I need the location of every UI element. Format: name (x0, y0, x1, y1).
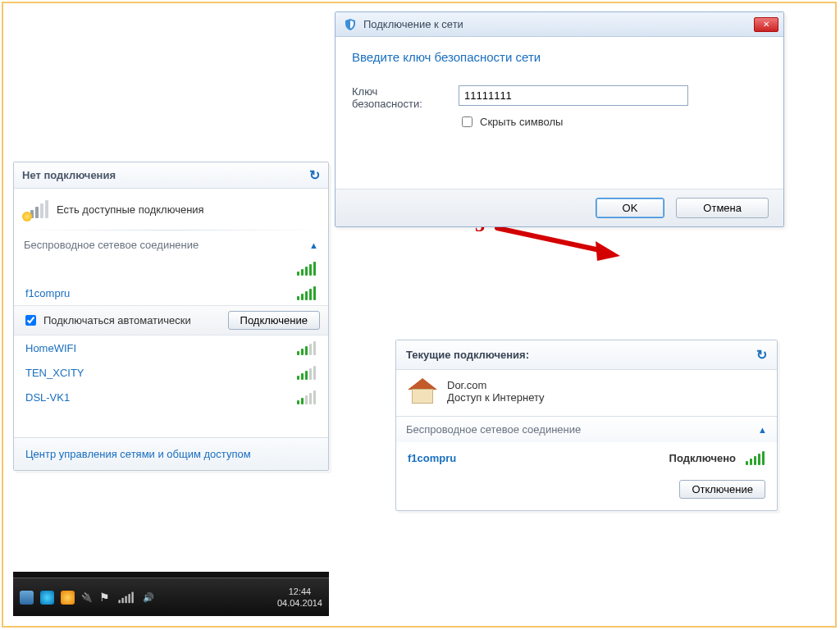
available-label: Есть доступные подключения (57, 203, 204, 216)
home-network-status: Доступ к Интернету (447, 391, 545, 404)
flyout-title: Нет подключения (22, 169, 116, 181)
available-row: Есть доступные подключения (14, 194, 328, 226)
connected-name: f1compru (408, 452, 456, 464)
current-header: Текущие подключения: ↻ (396, 340, 777, 370)
network-name: HomeWIFI (25, 342, 76, 354)
signal-icon (297, 365, 317, 380)
hide-chars-checkbox[interactable] (462, 116, 472, 127)
taskbar-clock[interactable]: 12:44 04.04.2014 (277, 586, 322, 609)
network-item-f1compru[interactable]: f1compru (14, 281, 328, 305)
plug-icon[interactable]: 🔌 (81, 592, 93, 603)
taskbar-time: 12:44 (277, 586, 322, 597)
connected-network-row[interactable]: f1compru Подключено (396, 442, 777, 473)
signal-icon (297, 390, 317, 404)
close-button[interactable] (754, 17, 778, 32)
dialog-heading: Введите ключ безопасности сети (352, 50, 767, 64)
tray-icon[interactable] (20, 591, 34, 605)
refresh-icon[interactable]: ↻ (756, 347, 767, 363)
flyout-header: Нет подключения ↻ (14, 162, 328, 189)
signal-icon (297, 261, 317, 276)
adapter-label: Беспроводное сетевое соединение (24, 239, 199, 251)
network-item-tenxcity[interactable]: TEN_XCITY (14, 360, 328, 385)
tray-signal-icon[interactable] (118, 591, 134, 603)
auto-connect-label: Подключаться автоматически (43, 314, 191, 326)
cancel-button[interactable]: Отмена (676, 198, 769, 218)
network-item-dslvk1[interactable]: DSL-VK1 (14, 385, 328, 409)
adapter-label-2: Беспроводное сетевое соединение (406, 423, 581, 436)
current-connections-flyout: Текущие подключения: ↻ Dor.com Доступ к … (395, 340, 778, 511)
taskbar-date: 04.04.2014 (277, 597, 322, 609)
dialog-button-bar: OK Отмена (336, 189, 783, 226)
speaker-icon[interactable]: 🔊 (143, 592, 154, 603)
tray-icon[interactable] (40, 591, 54, 605)
network-name: f1compru (25, 287, 70, 299)
dialog-title: Подключение к сети (363, 18, 463, 30)
home-network-row[interactable]: Dor.com Доступ к Интернету (396, 370, 777, 416)
signal-alert-icon (25, 200, 48, 218)
shield-icon (344, 18, 357, 31)
tray-icon[interactable] (61, 591, 75, 605)
dark-strip (13, 572, 329, 578)
network-name: TEN_XCITY (25, 367, 84, 379)
connect-button[interactable]: Подключение (228, 311, 320, 330)
adapter-section[interactable]: Беспроводное сетевое соединение ▲ (14, 234, 328, 256)
signal-icon (297, 285, 317, 300)
svg-marker-3 (596, 241, 620, 261)
network-item-homewifi[interactable]: HomeWIFI (14, 336, 328, 360)
connected-state: Подключено (669, 452, 736, 464)
chevron-up-icon[interactable]: ▲ (309, 240, 318, 250)
dialog-titlebar[interactable]: Подключение к сети (336, 12, 783, 37)
network-name: DSL-VK1 (25, 391, 70, 404)
disconnect-button[interactable]: Отключение (679, 480, 765, 499)
network-center-link[interactable]: Центр управления сетями и общим доступом (25, 448, 251, 460)
tutorial-canvas: 1 2 3 Нет подключения ↻ Есть доступные п… (2, 2, 837, 628)
chevron-up-icon[interactable]: ▲ (758, 425, 767, 435)
home-network-name: Dor.com (447, 379, 545, 391)
auto-connect-option[interactable]: Подключаться автоматически (22, 313, 191, 328)
security-key-input[interactable] (459, 85, 688, 106)
network-name-blur (25, 262, 40, 275)
auto-connect-checkbox[interactable] (25, 315, 36, 326)
flag-icon[interactable]: ⚑ (99, 591, 110, 604)
current-title: Текущие подключения: (406, 349, 529, 361)
adapter-section-2[interactable]: Беспроводное сетевое соединение ▲ (396, 416, 777, 442)
network-center-link-row: Центр управления сетями и общим доступом (14, 437, 328, 470)
key-label: Ключ безопасности: (352, 85, 442, 110)
window-controls (754, 17, 778, 32)
refresh-icon[interactable]: ↻ (309, 167, 320, 183)
ok-button[interactable]: OK (596, 198, 665, 218)
network-flyout: Нет подключения ↻ Есть доступные подключ… (13, 162, 329, 471)
house-icon (408, 378, 437, 404)
tray-icons: 🔌 ⚑ 🔊 (20, 590, 154, 605)
network-expand-panel: Подключаться автоматически Подключение (14, 305, 328, 336)
hide-chars-label: Скрыть символы (480, 116, 563, 128)
network-item-hidden[interactable] (14, 256, 328, 281)
security-key-dialog: Подключение к сети Введите ключ безопасн… (335, 11, 784, 227)
taskbar: 🔌 ⚑ 🔊 12:44 04.04.2014 (13, 578, 329, 616)
signal-icon (746, 450, 765, 465)
signal-icon (297, 340, 317, 355)
